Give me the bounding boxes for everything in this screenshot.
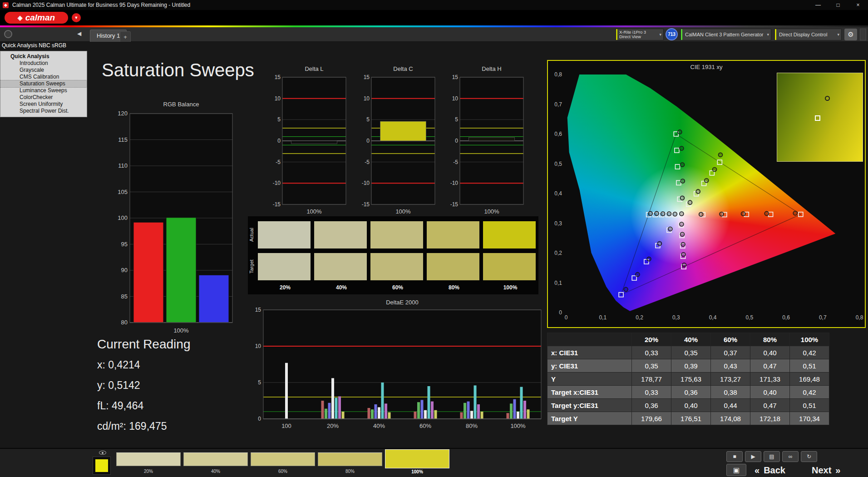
play-button[interactable]: ▶: [745, 451, 761, 462]
pattern-swatch-60[interactable]: 60%: [251, 452, 315, 474]
delta-h-bar: [469, 138, 515, 141]
sidebar-collapse-icon[interactable]: ◀: [77, 30, 81, 37]
cie-measured-marker: [647, 257, 651, 261]
tick-label: -5: [453, 159, 458, 165]
save-button[interactable]: ▤: [764, 451, 780, 462]
tick-label: 20%: [327, 422, 339, 429]
stop-button[interactable]: ■: [726, 451, 743, 462]
deltae-bar: [378, 407, 380, 419]
meter-badge[interactable]: 713: [666, 28, 678, 40]
loop-button[interactable]: ↻: [801, 451, 817, 462]
meter-dropdown[interactable]: X-Rite i1Pro 3 Direct View ▾: [616, 29, 664, 40]
table-cell: 178,77: [632, 373, 671, 386]
delta-h-title: Delta H: [446, 65, 526, 74]
display-dropdown[interactable]: Direct Display Control ▾: [774, 29, 842, 40]
cie-measured-marker: [681, 253, 686, 257]
pattern-swatch-100[interactable]: 100%: [385, 452, 449, 474]
deltae-bar: [523, 401, 526, 419]
deltae-bar: [424, 410, 427, 419]
chevron-down-icon: ▾: [657, 32, 663, 37]
source-dropdown[interactable]: CalMAN Client 3 Pattern Generator ▾: [681, 29, 771, 40]
sidebar-item-introduction[interactable]: Introduction: [0, 60, 87, 67]
panel-toggle-strip[interactable]: [860, 29, 866, 40]
tick-label: -15: [273, 201, 281, 208]
logo-menu-button[interactable]: ▼: [72, 13, 81, 22]
results-table: 20%40%60%80%100%x: CIE310,330,350,370,40…: [547, 333, 829, 425]
current-pattern-swatch[interactable]: [93, 457, 111, 475]
tick-label: 100: [118, 214, 128, 221]
deltae-bar: [328, 403, 331, 419]
deltae-bar: [517, 412, 519, 419]
sidebar-item-saturation-sweeps[interactable]: Saturation Sweeps: [0, 80, 87, 87]
deltae-bar: [375, 404, 377, 419]
close-button[interactable]: ×: [848, 0, 868, 10]
chevron-left-icon: «: [755, 465, 760, 476]
cie-measured-marker: [680, 232, 684, 236]
deltae-2000-title: DeltaE 2000: [251, 299, 545, 307]
sidebar-item-grayscale[interactable]: Grayscale: [0, 67, 87, 74]
link-button[interactable]: ∞: [782, 451, 799, 462]
target-swatch: [427, 253, 479, 280]
sidebar-item-colorchecker[interactable]: ColorChecker: [0, 94, 87, 101]
chevron-down-icon: ▾: [765, 32, 771, 37]
inset-measured-marker: [825, 96, 830, 101]
cie-x-axis: 00,10,20,30,40,50,60,70,8: [566, 314, 859, 323]
pattern-swatch-label: 40%: [183, 469, 248, 474]
deltae-bar: [510, 403, 513, 419]
tick-label: 110: [118, 162, 128, 169]
minimize-button[interactable]: —: [808, 0, 828, 10]
delta-c-plot: -15-10-5051015100%: [358, 74, 438, 216]
next-button[interactable]: Next »: [812, 464, 840, 477]
gear-icon[interactable]: ⚙: [844, 29, 857, 40]
deltae-bar: [431, 402, 434, 419]
actual-swatch: [370, 221, 423, 248]
sidebar-item-cms-calibration[interactable]: CMS Calibration: [0, 74, 87, 80]
cie-1931-title: CIE 1931 xy: [548, 64, 865, 72]
sidebar-item-screen-uniformity[interactable]: Screen Uniformity: [0, 101, 87, 108]
swatch-column-label: 60%: [371, 284, 424, 291]
deltae-2000-plot: 05101510020%40%60%80%100%: [251, 307, 545, 440]
tick-label: -10: [273, 180, 281, 186]
cie-xtick: 0,3: [668, 314, 684, 321]
reading-cdm2: cd/m²: 169,475: [97, 420, 190, 432]
deltae-bar: [520, 387, 523, 419]
sidebar-item-luminance-sweeps[interactable]: Luminance Sweeps: [0, 87, 87, 94]
gamut-triangle: [621, 134, 801, 295]
cie-target-marker: [675, 164, 680, 169]
back-button[interactable]: « Back: [755, 464, 785, 477]
cie-measured-marker: [657, 242, 661, 246]
calman-window: ◆ Calman 2025 Calman Ultimate for Busine…: [0, 0, 868, 477]
deltae-bar: [342, 412, 345, 419]
cie-measured-marker: [648, 211, 652, 215]
tick-label: 15: [364, 74, 370, 80]
reading-y: y: 0,5142: [97, 379, 190, 392]
pattern-swatch-20[interactable]: 20%: [116, 452, 181, 474]
target-swatch: [258, 253, 311, 280]
tick-label: 120: [118, 110, 128, 117]
add-tab-button[interactable]: +: [120, 31, 131, 42]
cie-ytick: 0,5: [548, 161, 562, 167]
delta-l-plot: -15-10-5051015100%: [269, 74, 349, 216]
tick-label: 100%: [510, 422, 526, 429]
cie-1931-panel[interactable]: CIE 1931 xy 00,10,20,30,40,50,60,70,8 00…: [547, 60, 866, 328]
maximize-button[interactable]: □: [828, 0, 848, 10]
cie-measured-marker: [680, 196, 684, 200]
cie-measured-marker: [681, 243, 685, 247]
delta-h-plot: -15-10-5051015100%: [446, 74, 526, 216]
deltae-bar: [321, 401, 324, 419]
tick-label: -15: [450, 201, 459, 208]
table-cell: 172,18: [750, 412, 790, 425]
pattern-window-button[interactable]: ▣: [726, 464, 746, 476]
calman-logo[interactable]: ◈ calman: [5, 12, 68, 24]
sidebar-item-spectral-power-dist-[interactable]: Spectral Power Dist.: [0, 108, 87, 114]
tick-label: 5: [277, 116, 281, 123]
tree-items: IntroductionGrayscaleCMS CalibrationSatu…: [0, 60, 87, 114]
pattern-swatch-40[interactable]: 40%: [183, 452, 248, 474]
cie-measured-marker: [667, 212, 671, 216]
workspace-menu-button[interactable]: [4, 30, 12, 38]
page-title: Saturation Sweeps: [102, 60, 254, 80]
pattern-swatch-80[interactable]: 80%: [318, 452, 382, 474]
eye-icon[interactable]: [96, 449, 109, 456]
tree-root-quick-analysis[interactable]: Quick Analysis: [0, 53, 87, 60]
tick-label: 15: [255, 307, 261, 313]
